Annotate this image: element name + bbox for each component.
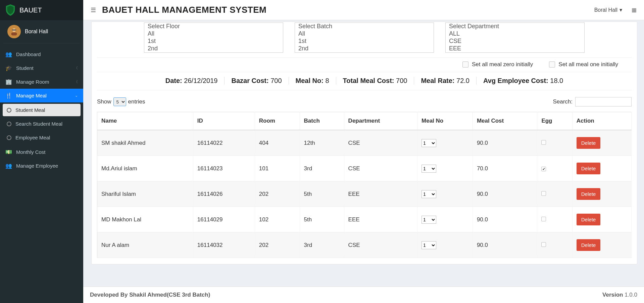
cell-id: 16114029 xyxy=(193,207,255,232)
table-row: Md.Ariul islam161140231013rdCSE170.0✔Del… xyxy=(97,156,632,181)
cell-mealcost: 90.0 xyxy=(473,130,537,156)
col-name[interactable]: Name xyxy=(97,112,193,130)
col-egg[interactable]: Egg xyxy=(537,112,572,130)
sidebar-item-manage-employee[interactable]: 👥Manage Employee xyxy=(0,159,83,173)
sidebar-item-dashboard[interactable]: 👥Dashboard xyxy=(0,47,83,61)
menu-toggle-icon[interactable]: ☰ xyxy=(91,6,96,14)
entries-label: entries xyxy=(128,98,145,105)
cell-department: CSE xyxy=(344,232,417,258)
table-row: MD Makhon Lal161140291025thEEE190.0Delet… xyxy=(97,207,632,232)
department-select[interactable]: Select Department ALL CSE EEE xyxy=(445,23,585,53)
col-batch[interactable]: Batch xyxy=(300,112,344,130)
egg-checkbox[interactable] xyxy=(541,140,546,145)
sidebar-item-manage-meal[interactable]: 🍴Manage Meal⌄ xyxy=(0,89,83,102)
brand-logo-icon xyxy=(5,4,16,16)
floor-select[interactable]: Select Floor All 1st 2nd xyxy=(144,23,283,53)
hall-dropdown[interactable]: Boral Hall ▾ xyxy=(594,7,622,13)
mealno-select[interactable]: 1 xyxy=(422,165,436,173)
sidebar-sub-search-student-meal[interactable]: Search Student Meal xyxy=(3,118,81,130)
cell-mealcost: 70.0 xyxy=(473,156,537,181)
mealno-select[interactable]: 1 xyxy=(422,241,436,249)
show-label: Show xyxy=(97,98,111,105)
delete-button[interactable]: Delete xyxy=(577,163,600,174)
cell-action: Delete xyxy=(572,207,631,232)
egg-checkbox[interactable] xyxy=(541,217,546,221)
sidebar-sub-employee-meal[interactable]: Employee Meal xyxy=(3,131,81,144)
col-room[interactable]: Room xyxy=(255,112,300,130)
col-action[interactable]: Action xyxy=(572,112,631,130)
avatar-icon xyxy=(7,25,21,38)
circle-icon xyxy=(7,122,11,126)
col-mealno[interactable]: Meal No xyxy=(417,112,473,130)
cell-id: 16114032 xyxy=(193,232,255,258)
cell-id: 16114022 xyxy=(193,130,255,156)
cell-name: MD Makhon Lal xyxy=(97,207,193,232)
stats-row: Date: 26/12/2019 Bazar Cost: 700 Meal No… xyxy=(97,74,632,89)
cell-batch: 3rd xyxy=(300,232,344,258)
cell-mealno: 1 xyxy=(417,156,473,181)
cell-batch: 5th xyxy=(300,181,344,207)
search-input[interactable] xyxy=(575,97,632,106)
sidebar-item-monthly-cost[interactable]: 💵Monthly Cost xyxy=(0,145,83,159)
sidebar-item-student[interactable]: 🎓Student〈 xyxy=(0,61,83,75)
svg-rect-2 xyxy=(12,30,16,31)
set-all-one-checkbox[interactable]: Set all meal one initially xyxy=(549,61,618,68)
user-panel[interactable]: Boral Hall xyxy=(3,20,80,43)
apps-grid-icon[interactable]: ▦ xyxy=(632,7,637,13)
egg-checkbox[interactable] xyxy=(541,191,546,196)
cell-batch: 3rd xyxy=(300,156,344,181)
cell-room: 202 xyxy=(255,232,300,258)
cell-action: Delete xyxy=(572,232,631,258)
page-title: BAUET HALL MANAGEMENT SYSTEM xyxy=(102,5,266,15)
batch-select[interactable]: Select Batch All 1st 2nd xyxy=(295,23,434,53)
delete-button[interactable]: Delete xyxy=(577,188,600,200)
entries-select[interactable]: 5 xyxy=(113,97,126,106)
col-id[interactable]: ID xyxy=(193,112,255,130)
cell-batch: 12th xyxy=(300,130,344,156)
col-department[interactable]: Department xyxy=(344,112,417,130)
cell-mealno: 1 xyxy=(417,207,473,232)
mealno-select[interactable]: 1 xyxy=(422,190,436,198)
checkbox-icon xyxy=(549,61,555,68)
cell-department: EEE xyxy=(344,181,417,207)
cell-id: 16114023 xyxy=(193,156,255,181)
sidebar-item-manage-room[interactable]: 🏢Manage Room〈 xyxy=(0,75,83,89)
table-row: Nur A alam161140322023rdCSE190.0Delete xyxy=(97,232,632,258)
caret-down-icon: ▾ xyxy=(620,7,622,13)
cell-mealno: 1 xyxy=(417,130,473,156)
cell-action: Delete xyxy=(572,156,631,181)
svg-rect-1 xyxy=(11,33,17,36)
checkbox-icon xyxy=(462,61,468,68)
col-mealcost[interactable]: Meal Cost xyxy=(473,112,537,130)
cell-mealcost: 90.0 xyxy=(473,232,537,258)
brand[interactable]: BAUET xyxy=(0,0,83,20)
cell-id: 16114026 xyxy=(193,181,255,207)
set-all-zero-checkbox[interactable]: Set all meal zero initially xyxy=(462,61,533,68)
cell-batch: 5th xyxy=(300,207,344,232)
mealno-select[interactable]: 1 xyxy=(422,139,436,147)
cell-mealcost: 90.0 xyxy=(473,181,537,207)
meal-table: Name ID Room Batch Department Meal No Me… xyxy=(97,112,632,258)
cell-egg xyxy=(537,181,572,207)
cell-room: 102 xyxy=(255,207,300,232)
chevron-down-icon: ⌄ xyxy=(75,93,78,98)
egg-checkbox[interactable]: ✔ xyxy=(541,167,546,171)
dashboard-icon: 👥 xyxy=(5,51,12,57)
user-name: Boral Hall xyxy=(25,29,48,35)
chevron-left-icon: 〈 xyxy=(74,66,78,71)
table-row: Shariful Islam161140262025thEEE190.0Dele… xyxy=(97,181,632,207)
mealno-select[interactable]: 1 xyxy=(422,216,436,224)
employee-icon: 👥 xyxy=(5,163,12,169)
table-row: SM shakil Ahmed1611402240412thCSE190.0De… xyxy=(97,130,632,156)
delete-button[interactable]: Delete xyxy=(577,137,600,149)
egg-checkbox[interactable] xyxy=(541,242,546,247)
cell-egg xyxy=(537,207,572,232)
cell-name: Md.Ariul islam xyxy=(97,156,193,181)
footer: Developed By Shakil Ahmed(CSE 3rd Batch)… xyxy=(83,287,644,303)
delete-button[interactable]: Delete xyxy=(577,214,600,225)
sidebar-sub-student-meal[interactable]: Student Meal xyxy=(3,104,81,116)
cell-room: 101 xyxy=(255,156,300,181)
delete-button[interactable]: Delete xyxy=(577,239,600,251)
cell-action: Delete xyxy=(572,181,631,207)
cell-room: 404 xyxy=(255,130,300,156)
